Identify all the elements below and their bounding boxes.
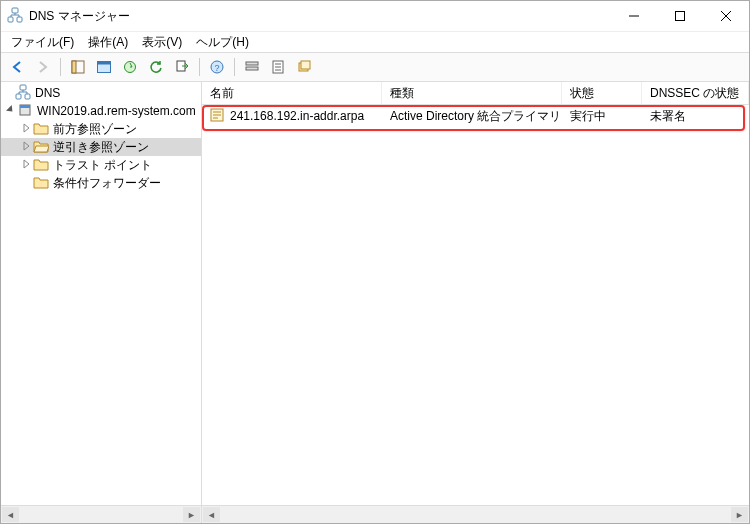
svg-rect-2	[17, 17, 22, 22]
tree-trust-label: トラスト ポイント	[53, 157, 152, 174]
tree-pane: DNS WIN2019.ad.rem-system.com	[1, 82, 202, 523]
cell-type: Active Directory 統合プライマリ	[382, 108, 562, 125]
folder-open-icon	[33, 139, 49, 156]
new-window-button[interactable]	[292, 55, 316, 79]
titlebar: DNS マネージャー	[1, 1, 749, 32]
toolbar: ?	[1, 53, 749, 82]
svg-rect-7	[98, 62, 111, 65]
close-button[interactable]	[703, 1, 749, 31]
menu-action[interactable]: 操作(A)	[82, 32, 134, 53]
col-status[interactable]: 状態	[562, 82, 642, 104]
expand-icon[interactable]	[21, 159, 33, 171]
tree-root-label: DNS	[35, 86, 60, 100]
svg-rect-12	[246, 62, 258, 65]
expand-icon[interactable]	[21, 141, 33, 153]
svg-rect-1	[8, 17, 13, 22]
menu-help[interactable]: ヘルプ(H)	[190, 32, 255, 53]
tree-root-dns[interactable]: DNS	[1, 84, 201, 102]
cell-dnssec: 未署名	[642, 108, 749, 125]
tree-reverse-zone[interactable]: 逆引き参照ゾーン	[1, 138, 201, 156]
tree[interactable]: DNS WIN2019.ad.rem-system.com	[1, 82, 201, 505]
svg-rect-17	[20, 85, 26, 90]
minimize-button[interactable]	[611, 1, 657, 31]
titlebar-left: DNS マネージャー	[1, 7, 130, 26]
list-pane: 名前 種類 状態 DNSSEC の状態 241.168.192.in-addr.…	[202, 82, 749, 523]
scroll-left-icon[interactable]: ◄	[2, 507, 19, 522]
svg-rect-3	[676, 12, 685, 21]
scroll-right-icon[interactable]: ►	[731, 507, 748, 522]
app-window: DNS マネージャー ファイル(F) 操作(A) 表示(V) ヘルプ(H)	[0, 0, 750, 524]
dns-app-icon	[7, 7, 23, 26]
list-header: 名前 種類 状態 DNSSEC の状態	[202, 82, 749, 105]
collapse-icon[interactable]	[5, 105, 17, 117]
zone-icon	[210, 108, 226, 125]
tree-server-label: WIN2019.ad.rem-system.com	[37, 104, 196, 118]
list-body[interactable]: 241.168.192.in-addr.arpa Active Director…	[202, 105, 749, 505]
new-query-button[interactable]	[118, 55, 142, 79]
folder-icon	[33, 121, 49, 138]
cell-status: 実行中	[562, 108, 642, 125]
tree-trust-points[interactable]: トラスト ポイント	[1, 156, 201, 174]
show-hide-tree-button[interactable]	[66, 55, 90, 79]
tree-server[interactable]: WIN2019.ad.rem-system.com	[1, 102, 201, 120]
toolbar-sep-3	[234, 58, 235, 76]
body-split: DNS WIN2019.ad.rem-system.com	[1, 82, 749, 523]
forward-button[interactable]	[31, 55, 55, 79]
col-type[interactable]: 種類	[382, 82, 562, 104]
folder-icon	[33, 175, 49, 192]
scroll-right-icon[interactable]: ►	[183, 507, 200, 522]
export-button[interactable]	[170, 55, 194, 79]
help-button[interactable]: ?	[205, 55, 229, 79]
folder-icon	[33, 157, 49, 174]
tree-conditional-forwarders[interactable]: 条件付フォワーダー	[1, 174, 201, 192]
scroll-left-icon[interactable]: ◄	[203, 507, 220, 522]
svg-text:?: ?	[214, 63, 219, 73]
console-tree-button[interactable]	[92, 55, 116, 79]
menu-file[interactable]: ファイル(F)	[5, 32, 80, 53]
filter-button[interactable]	[240, 55, 264, 79]
expand-icon[interactable]	[21, 123, 33, 135]
col-dnssec[interactable]: DNSSEC の状態	[642, 82, 749, 104]
tree-forward-zone[interactable]: 前方参照ゾーン	[1, 120, 201, 138]
cell-name-text: 241.168.192.in-addr.arpa	[230, 109, 364, 123]
list-hscrollbar[interactable]: ◄ ►	[202, 505, 749, 523]
refresh-button[interactable]	[144, 55, 168, 79]
svg-rect-0	[12, 8, 18, 13]
window-title: DNS マネージャー	[29, 8, 130, 25]
svg-rect-18	[16, 94, 21, 99]
toolbar-sep-1	[60, 58, 61, 76]
svg-rect-16	[301, 61, 310, 69]
properties-button[interactable]	[266, 55, 290, 79]
svg-rect-21	[20, 105, 30, 108]
tree-cond-label: 条件付フォワーダー	[53, 175, 161, 192]
menu-view[interactable]: 表示(V)	[136, 32, 188, 53]
svg-rect-13	[246, 67, 258, 70]
tree-forward-label: 前方参照ゾーン	[53, 121, 137, 138]
svg-rect-5	[72, 61, 76, 73]
dns-root-icon	[15, 84, 31, 103]
window-controls	[611, 1, 749, 31]
menubar: ファイル(F) 操作(A) 表示(V) ヘルプ(H)	[1, 32, 749, 53]
cell-name[interactable]: 241.168.192.in-addr.arpa	[202, 108, 382, 125]
toolbar-sep-2	[199, 58, 200, 76]
col-name[interactable]: 名前	[202, 82, 382, 104]
server-icon	[17, 102, 33, 121]
tree-hscrollbar[interactable]: ◄ ►	[1, 505, 201, 523]
svg-rect-19	[25, 94, 30, 99]
tree-reverse-label: 逆引き参照ゾーン	[53, 139, 149, 156]
maximize-button[interactable]	[657, 1, 703, 31]
back-button[interactable]	[5, 55, 29, 79]
list-row[interactable]: 241.168.192.in-addr.arpa Active Director…	[202, 107, 749, 125]
